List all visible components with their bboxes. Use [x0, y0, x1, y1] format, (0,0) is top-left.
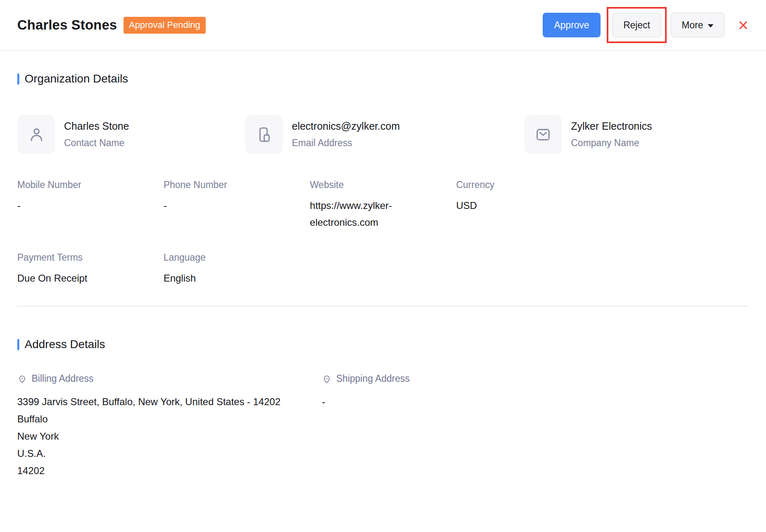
contact-detail-panel: Organization Details Charles Stone Conta… — [0, 72, 766, 479]
billing-address-line: U.S.A. — [17, 445, 288, 462]
chevron-down-icon — [708, 24, 713, 28]
organization-details-heading: Organization Details — [17, 72, 749, 85]
more-button[interactable]: More — [671, 13, 725, 37]
organization-details-title: Organization Details — [25, 72, 128, 85]
phone-number-label: Phone Number — [163, 179, 310, 190]
website-field: Website https://www.zylker-electronics.c… — [310, 179, 456, 231]
payment-terms-label: Payment Terms — [17, 252, 163, 263]
page-title: Charles Stones — [17, 17, 117, 33]
header-actions: Approve Reject More — [543, 7, 749, 43]
billing-address-line: Buffalo — [17, 410, 288, 428]
organization-summary-cards: Charles Stone Contact Name electronics@z… — [17, 115, 749, 154]
phone-number-field: Phone Number - — [163, 179, 310, 231]
person-icon — [17, 115, 55, 154]
payment-terms-value: Due On Receipt — [17, 270, 163, 287]
website-value: https://www.zylker-electronics.com — [310, 197, 399, 231]
more-button-label: More — [682, 20, 703, 31]
email-address-texts: electronics@zylker.com Email Address — [292, 120, 400, 149]
billing-address-header: Billing Address — [17, 373, 322, 384]
mobile-number-value: - — [17, 197, 163, 214]
status-badge: Approval Pending — [124, 17, 206, 34]
approve-button[interactable]: Approve — [543, 13, 601, 37]
envelope-icon — [524, 115, 562, 154]
contact-name-value: Charles Stone — [64, 120, 129, 132]
payment-terms-field: Payment Terms Due On Receipt — [17, 252, 163, 287]
language-value: English — [163, 270, 310, 287]
billing-address-line: New York — [17, 428, 288, 445]
reject-button[interactable]: Reject — [612, 13, 661, 37]
close-icon — [738, 20, 749, 31]
close-button[interactable] — [738, 20, 749, 31]
billing-address-block: Billing Address 3399 Jarvis Street, Buff… — [17, 373, 322, 479]
company-name-label: Company Name — [571, 138, 652, 149]
company-name-value: Zylker Electronics — [571, 120, 652, 132]
shipping-address-line: - — [322, 393, 593, 410]
address-details-heading: Address Details — [17, 338, 749, 351]
mobile-number-field: Mobile Number - — [17, 179, 163, 231]
map-pin-icon — [322, 374, 332, 384]
empty-field-cell — [603, 179, 749, 231]
shipping-address-label: Shipping Address — [336, 373, 410, 384]
currency-label: Currency — [456, 179, 602, 190]
email-address-card: electronics@zylker.com Email Address — [245, 115, 524, 154]
map-pin-icon — [17, 374, 27, 384]
shipping-address-block: Shipping Address - — [322, 373, 749, 479]
billing-address-label: Billing Address — [32, 373, 94, 384]
currency-field: Currency USD — [456, 179, 602, 231]
contact-name-card: Charles Stone Contact Name — [17, 115, 245, 154]
organization-fields-row-2: Payment Terms Due On Receipt Language En… — [17, 252, 749, 287]
organization-fields-row-1: Mobile Number - Phone Number - Website h… — [17, 179, 749, 231]
shipping-address-header: Shipping Address — [322, 373, 749, 384]
heading-accent-bar — [17, 339, 19, 350]
language-field: Language English — [163, 252, 310, 287]
mobile-number-label: Mobile Number — [17, 179, 163, 190]
billing-address-line: 3399 Jarvis Street, Buffalo, New York, U… — [17, 393, 288, 410]
company-name-texts: Zylker Electronics Company Name — [571, 120, 652, 149]
detail-header: Charles Stones Approval Pending Approve … — [0, 0, 766, 51]
billing-address-line: 14202 — [17, 462, 288, 479]
addresses-grid: Billing Address 3399 Jarvis Street, Buff… — [17, 373, 749, 479]
email-address-value: electronics@zylker.com — [292, 120, 400, 132]
phone-number-value: - — [163, 197, 310, 214]
device-icon — [245, 115, 283, 154]
website-label: Website — [310, 179, 456, 190]
currency-value: USD — [456, 197, 602, 214]
reject-annotation-highlight: Reject — [607, 7, 666, 43]
company-name-card: Zylker Electronics Company Name — [524, 115, 749, 154]
shipping-address-content: - — [322, 393, 593, 410]
section-divider — [17, 306, 749, 307]
language-label: Language — [163, 252, 310, 263]
billing-address-content: 3399 Jarvis Street, Buffalo, New York, U… — [17, 393, 288, 479]
address-details-title: Address Details — [25, 338, 105, 351]
contact-name-label: Contact Name — [64, 138, 129, 149]
heading-accent-bar — [17, 73, 19, 85]
contact-name-texts: Charles Stone Contact Name — [64, 120, 129, 149]
email-address-label: Email Address — [292, 138, 400, 149]
